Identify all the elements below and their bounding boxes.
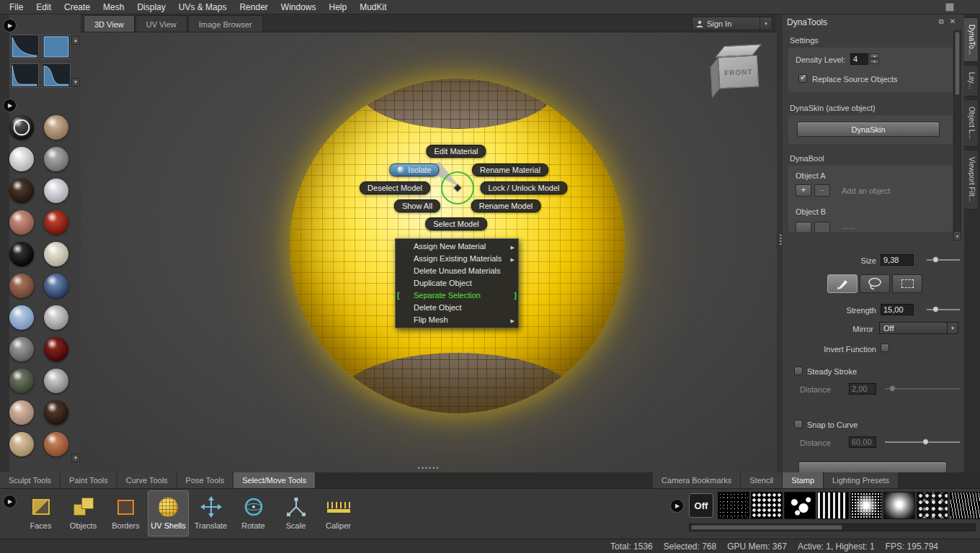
material-swatch-black-ringed[interactable]: [9, 115, 34, 140]
marking-menu-lock-unlock-model[interactable]: Lock / Unlock Model: [480, 181, 567, 194]
tray-tab-lighting-presets[interactable]: Lighting Presets: [824, 472, 899, 488]
material-swatch-green-gray[interactable]: [9, 369, 34, 393]
menu-file[interactable]: File: [3, 0, 30, 14]
add-object-button[interactable]: +: [796, 184, 811, 197]
stamp-splatter[interactable]: [784, 492, 816, 519]
stamp-stripes[interactable]: [817, 492, 849, 519]
falloff-concave[interactable]: [10, 35, 39, 59]
context-item-separate-selection[interactable]: Separate Selection: [396, 289, 518, 302]
view-cube[interactable]: FRONT: [708, 44, 767, 94]
tray-tab-stencil[interactable]: Stencil: [741, 472, 783, 488]
tray-tab-select-move-tools[interactable]: Select/Move Tools: [233, 472, 316, 488]
panel-resize-handle[interactable]: ••••••: [418, 464, 440, 472]
remove-object-b-button[interactable]: [814, 222, 830, 232]
stamp-noise-fine[interactable]: [718, 492, 749, 519]
replace-source-objects-checkbox[interactable]: [798, 74, 807, 83]
tray-tab-curve-tools[interactable]: Curve Tools: [117, 472, 177, 488]
material-swatch-red-glossy[interactable]: [44, 210, 68, 235]
dock-tab-viewport-filt[interactable]: Viewport Filt...: [964, 150, 979, 210]
falloff-steep[interactable]: [10, 63, 39, 88]
stamp-spray-blob[interactable]: [850, 492, 882, 519]
clipped-bottom-button[interactable]: [798, 462, 947, 472]
dock-tab-object-l[interactable]: Object L...: [964, 99, 979, 147]
material-swatch-light-blue[interactable]: [9, 305, 34, 330]
tool-uv-shells[interactable]: UV Shells: [148, 490, 189, 536]
stamp-scrollbar[interactable]: [689, 523, 976, 531]
vertical-splitter[interactable]: ••••: [777, 14, 783, 472]
material-swatch-tan[interactable]: [44, 115, 68, 140]
tab-uv-view[interactable]: UV View: [135, 15, 187, 32]
menu-mudkit[interactable]: MudKit: [353, 0, 393, 14]
marking-menu-deselect-model[interactable]: Deselect Model: [360, 181, 430, 194]
tray-tab-paint-tools[interactable]: Paint Tools: [61, 472, 117, 488]
menu-render[interactable]: Render: [233, 0, 274, 14]
tool-objects[interactable]: Objects: [63, 490, 104, 536]
spinner-down-icon[interactable]: [870, 59, 879, 64]
expand-falloff-tray-button[interactable]: [3, 19, 17, 32]
add-object-b-button[interactable]: [796, 222, 811, 232]
material-swatch-blue-marble[interactable]: [44, 274, 68, 298]
stamp-tray-expand-button[interactable]: [670, 499, 684, 513]
dynatools-scrollbar[interactable]: [953, 30, 961, 240]
tray-tab-pose-tools[interactable]: Pose Tools: [177, 472, 234, 488]
steady-distance-value[interactable]: 2,00: [849, 383, 876, 395]
material-swatch-dark-red-glossy[interactable]: [44, 337, 68, 361]
snap-distance-value[interactable]: 60,00: [849, 436, 876, 448]
splitter-handle[interactable]: ••••: [777, 234, 784, 246]
tool-scale[interactable]: Scale: [275, 490, 316, 536]
stamp-scrollbar-thumb[interactable]: [691, 525, 842, 530]
tool-caliper[interactable]: Caliper: [318, 490, 359, 536]
tool-translate[interactable]: Translate: [190, 490, 231, 536]
mirror-dropdown[interactable]: Off: [879, 322, 958, 334]
snap-to-curve-checkbox[interactable]: [794, 420, 803, 428]
marking-menu-select-model[interactable]: Select Model: [425, 217, 487, 230]
menu-windows[interactable]: Windows: [275, 0, 323, 14]
stamp-off-button[interactable]: Off: [689, 493, 713, 518]
tool-faces[interactable]: Faces: [20, 490, 61, 536]
context-item-delete-object[interactable]: Delete Object: [396, 302, 518, 314]
expand-material-tray-button[interactable]: [3, 99, 17, 112]
steady-distance-slider[interactable]: [885, 383, 960, 395]
material-swatch-dark-brown-glossy[interactable]: [9, 179, 34, 203]
marking-menu-center-ring[interactable]: [441, 171, 474, 204]
falloff-scroll-down-icon[interactable]: [71, 78, 80, 86]
context-item-duplicate-object[interactable]: Duplicate Object: [396, 277, 518, 289]
material-swatch-terracotta[interactable]: [44, 432, 68, 457]
spinner-up-icon[interactable]: [870, 53, 879, 58]
invert-function-checkbox[interactable]: [881, 343, 889, 352]
stamp-noise-coarse[interactable]: [917, 492, 948, 519]
size-value[interactable]: 9,38: [881, 254, 914, 266]
tray-tab-camera-bookmarks[interactable]: Camera Bookmarks: [653, 472, 741, 488]
marking-menu-edit-material[interactable]: Edit Material: [426, 145, 486, 158]
strength-slider[interactable]: [927, 304, 960, 315]
menu-help[interactable]: Help: [323, 0, 354, 14]
menu-mesh[interactable]: Mesh: [97, 0, 130, 14]
size-slider[interactable]: [927, 254, 960, 266]
falloff-scroll-up-icon[interactable]: [71, 36, 80, 45]
tab-3d-view[interactable]: 3D View: [84, 15, 135, 32]
remove-object-button[interactable]: -: [814, 184, 830, 197]
material-swatch-clay-brown[interactable]: [9, 274, 34, 298]
context-item-assign-new-material[interactable]: Assign New Material: [396, 240, 518, 253]
sign-in-dropdown-icon[interactable]: [760, 17, 768, 30]
material-swatch-sand[interactable]: [9, 432, 34, 457]
tool-rotate[interactable]: Rotate: [233, 490, 274, 536]
marking-menu-rename-model[interactable]: Rename Model: [471, 199, 541, 212]
close-icon[interactable]: [948, 17, 957, 25]
material-swatch-white[interactable]: [9, 147, 34, 171]
menu-uvs-maps[interactable]: UVs & Maps: [172, 0, 233, 14]
steady-stroke-checkbox[interactable]: [794, 367, 803, 375]
stamp-scratches[interactable]: [950, 492, 980, 519]
lasso-select-button[interactable]: [860, 274, 890, 293]
snap-distance-slider[interactable]: [885, 436, 960, 448]
context-item-assign-existing-materials[interactable]: Assign Existing Materials: [396, 253, 518, 265]
3d-canvas[interactable]: FRONT Edit Material Isolate Rename Mater…: [81, 32, 777, 472]
material-swatch-chrome[interactable]: [44, 369, 68, 393]
material-swatch-espresso[interactable]: [44, 400, 68, 425]
scrollbar-thumb[interactable]: [955, 32, 960, 95]
brush-mode-button[interactable]: [827, 274, 858, 293]
context-item-flip-mesh[interactable]: Flip Mesh: [396, 314, 518, 326]
marquee-select-button[interactable]: [892, 274, 922, 293]
menu-display[interactable]: Display: [130, 0, 172, 14]
dock-icon[interactable]: [937, 17, 945, 26]
